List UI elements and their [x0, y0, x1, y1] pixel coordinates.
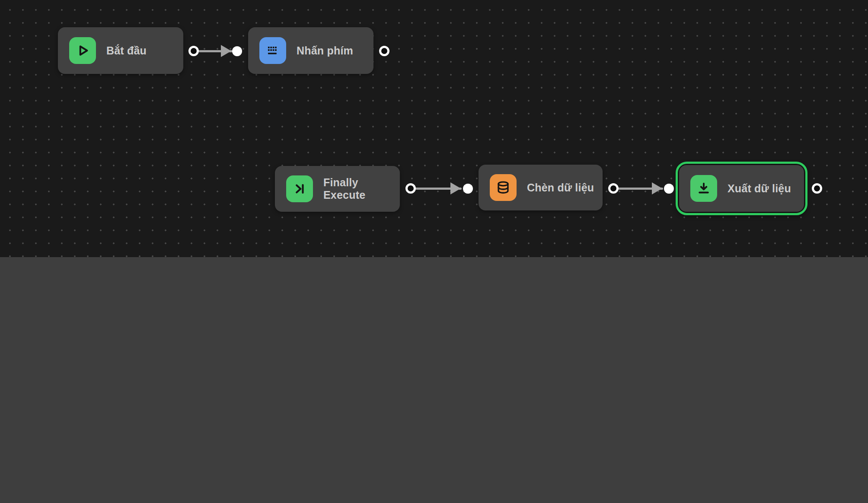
node-label: Bắt đầu	[106, 45, 147, 57]
output-port-insert[interactable]	[608, 183, 619, 194]
keyboard-icon	[259, 37, 286, 64]
edge-arrowhead	[221, 45, 231, 57]
output-port-export[interactable]	[812, 183, 822, 194]
node-export-data-selection-ring: Xuất dữ liệu	[676, 162, 807, 215]
skip-end-icon	[286, 175, 313, 202]
play-icon	[69, 37, 96, 64]
debug-drawer: Debugging v{v"referenceData": {"loopData…	[0, 257, 868, 503]
output-port-start[interactable]	[188, 46, 199, 56]
node-label: Nhấn phím	[297, 45, 353, 57]
workflow-canvas[interactable]: Bắt đầu Nhấn phím	[0, 0, 868, 257]
node-insert-data[interactable]: Chèn dữ liệu	[479, 165, 603, 210]
node-label: Finally Execute	[323, 176, 400, 201]
input-port-presskey[interactable]	[232, 46, 242, 56]
output-port-presskey[interactable]	[379, 46, 389, 56]
input-port-export[interactable]	[664, 184, 674, 194]
input-port-insert[interactable]	[463, 184, 473, 194]
edge-arrowhead	[652, 182, 662, 194]
node-export-data[interactable]: Xuất dữ liệu	[679, 165, 804, 212]
database-icon	[490, 174, 517, 201]
node-label: Xuất dữ liệu	[728, 182, 791, 195]
node-press-key[interactable]: Nhấn phím	[248, 27, 373, 74]
app-window: Bắt đầu Nhấn phím	[0, 0, 868, 503]
download-icon	[690, 175, 717, 202]
node-finally-execute[interactable]: Finally Execute	[275, 166, 400, 212]
node-label: Chèn dữ liệu	[527, 181, 594, 194]
edge-arrowhead	[450, 182, 461, 194]
output-port-finally[interactable]	[405, 183, 416, 194]
node-start[interactable]: Bắt đầu	[58, 27, 183, 74]
